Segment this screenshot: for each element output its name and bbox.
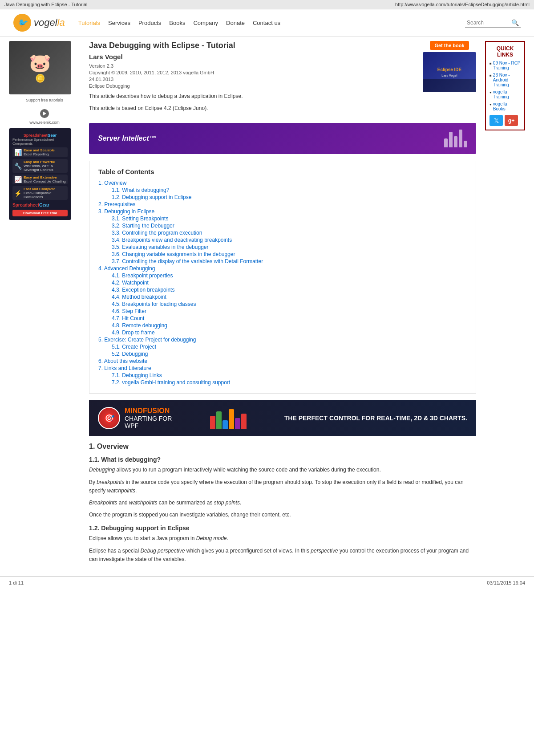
- search-input[interactable]: [467, 20, 511, 26]
- toc-item-3-6[interactable]: 3.6. Changing variable assignments in th…: [98, 251, 467, 257]
- quick-link-bullet-3: ●: [490, 90, 492, 94]
- toc-item-7[interactable]: 7. Links and Literature: [98, 365, 467, 371]
- toc-item-4-7[interactable]: 4.7. Hit Count: [98, 315, 467, 321]
- section-1-2-heading: 1.2. Debugging support in Eclipse: [89, 524, 476, 532]
- play-button[interactable]: [40, 109, 49, 118]
- toc-item-4-8[interactable]: 4.8. Remote debugging: [98, 322, 467, 329]
- table-of-contents: Table of Contents 1. Overview 1.1. What …: [89, 161, 476, 394]
- quick-links-title: QUICK LINKS: [490, 45, 521, 58]
- toc-item-7-1[interactable]: 7.1. Debugging Links: [98, 372, 467, 378]
- book-cover: Eclipse IDE Lars Vogel: [423, 52, 476, 92]
- logo-icon: 🐦: [13, 14, 31, 32]
- ad-icon-2: 🔧: [14, 163, 22, 170]
- article-header-text: Java Debugging with Eclipse - Tutorial L…: [89, 41, 414, 116]
- toc-item-4-2[interactable]: 4.2. Watchpoint: [98, 280, 467, 286]
- toc-item-1[interactable]: 1. Overview: [98, 180, 467, 186]
- article-date: 24.01.2013: [89, 77, 414, 82]
- toc-item-2[interactable]: 2. Prerequisites: [98, 201, 467, 207]
- toc-item-4[interactable]: 4. Advanced Debugging: [98, 265, 467, 272]
- search-icon[interactable]: 🔍: [511, 19, 519, 26]
- get-book-button[interactable]: Get the book: [430, 41, 469, 50]
- search-area[interactable]: 🔍: [465, 18, 521, 28]
- quick-link-label-4[interactable]: vogella Books: [493, 102, 521, 111]
- browser-titlebar: Java Debugging with Eclipse - Tutorial h…: [0, 0, 534, 9]
- quick-link-4[interactable]: ● vogella Books: [490, 102, 521, 111]
- toc-item-5-1[interactable]: 5.1. Create Project: [98, 344, 467, 350]
- sidebar-link-text: Support free tutorials: [9, 98, 80, 102]
- server-intellect-banner[interactable]: Server Intellect™: [89, 123, 476, 154]
- logo-area[interactable]: 🐦 vogella: [13, 14, 65, 32]
- toc-item-3-1[interactable]: 3.1. Setting Breakpoints: [98, 215, 467, 222]
- toc-item-5[interactable]: 5. Exercise: Create Project for debuggin…: [98, 337, 467, 343]
- mindfusion-title: MINDFUSION: [125, 407, 172, 415]
- toc-item-4-6[interactable]: 4.6. Step Filter: [98, 308, 467, 314]
- quick-link-label-1[interactable]: 09 Nov - RCP Training: [493, 61, 521, 70]
- quick-link-3[interactable]: ● vogella Training: [490, 89, 521, 99]
- nav-contact[interactable]: Contact us: [253, 20, 280, 26]
- ad-row-4: ⚡ Fast and Complete Excel-Compatible Cal…: [12, 186, 68, 200]
- page-layout: 🐷 🪙 Support free tutorials www.relenik.c…: [0, 41, 534, 567]
- toc-item-4-9[interactable]: 4.9. Drop to frame: [98, 329, 467, 336]
- quick-link-2[interactable]: ■ 23 Nov - Android Training: [490, 73, 521, 87]
- section-1-1-heading: 1.1. What is debugging?: [89, 456, 476, 463]
- quick-links-box: QUICK LINKS ■ 09 Nov - RCP Training ■ 23…: [485, 41, 525, 130]
- section-1-2-para2: Eclipse has a special Debug perspective …: [89, 547, 476, 564]
- toc-item-1-1[interactable]: 1.1. What is debugging?: [98, 187, 467, 193]
- article-subject: Eclipse Debugging: [89, 83, 414, 89]
- quick-link-label-2[interactable]: 23 Nov - Android Training: [493, 73, 521, 87]
- logo-text: vogella: [34, 17, 65, 28]
- sidebar-play-area: www.relenik.com: [9, 109, 80, 125]
- social-buttons: 𝕏 g+: [490, 115, 521, 126]
- browser-title: Java Debugging with Eclipse - Tutorial: [4, 2, 87, 7]
- ad-text-1: Easy and Scalable Excel Reporting: [24, 148, 55, 156]
- toc-item-3-5[interactable]: 3.5. Evaluating variables in the debugge…: [98, 244, 467, 250]
- mindfusion-subtitle2: WPF: [125, 422, 172, 429]
- toc-item-4-3[interactable]: 4.3. Exception breakpoints: [98, 287, 467, 293]
- quick-link-1[interactable]: ■ 09 Nov - RCP Training: [490, 61, 521, 70]
- left-sidebar: 🐷 🪙 Support free tutorials www.relenik.c…: [9, 41, 80, 567]
- article-copyright: Copyright © 2009, 2010, 2011, 2012, 2013…: [89, 70, 414, 75]
- toc-item-4-4[interactable]: 4.4. Method breakpoint: [98, 294, 467, 300]
- article-desc2: This article is based on Eclipse 4.2 (Ec…: [89, 104, 414, 113]
- quick-link-label-3[interactable]: vogella Training: [493, 89, 521, 99]
- ad-icon-4: ⚡: [14, 190, 22, 197]
- toc-item-7-2[interactable]: 7.2. vogella GmbH training and consultin…: [98, 379, 467, 386]
- nav-services[interactable]: Services: [108, 20, 130, 26]
- section-1-1-para3: Breakpoints and watchpoints can be summa…: [89, 499, 476, 507]
- mindfusion-banner[interactable]: 🎯 MINDFUSION CHARTING FOR WPF THE PERFEC…: [89, 400, 476, 436]
- main-content: Java Debugging with Eclipse - Tutorial L…: [85, 41, 481, 567]
- mindfusion-subtitle1: CHARTING FOR: [125, 415, 172, 422]
- ad-row-2: 🔧 Easy and Powerful WinForms, WPF & Silv…: [12, 159, 68, 173]
- article-header: Java Debugging with Eclipse - Tutorial L…: [89, 41, 476, 116]
- toc-item-3-3[interactable]: 3.3. Controlling the program execution: [98, 230, 467, 236]
- nav-books[interactable]: Books: [169, 20, 185, 26]
- toc-item-4-1[interactable]: 4.1. Breakpoint properties: [98, 272, 467, 279]
- toc-item-3[interactable]: 3. Debugging in Eclipse: [98, 208, 467, 215]
- ad-text-4: Fast and Complete Excel-Compatible Calcu…: [24, 187, 66, 199]
- toc-item-5-2[interactable]: 5.2. Debugging: [98, 351, 467, 357]
- quick-link-bullet-4: ●: [490, 102, 492, 106]
- toc-item-4-5[interactable]: 4.5. Breakpoints for loading classes: [98, 301, 467, 307]
- download-free-trial-button[interactable]: Download Free Trial: [12, 210, 68, 216]
- toc-item-3-4[interactable]: 3.4. Breakpoints view and deactivating b…: [98, 237, 467, 243]
- author-name: Lars Vogel: [89, 53, 414, 61]
- twitter-button[interactable]: 𝕏: [490, 115, 503, 126]
- nav-products[interactable]: Products: [138, 20, 161, 26]
- ad-row-1: 📊 Easy and Scalable Excel Reporting: [12, 147, 68, 157]
- spreadsheetgear-logo-bottom: SpreadsheetGear: [12, 203, 49, 207]
- section-1-heading: 1. Overview: [89, 443, 476, 451]
- section-1-1-para1: Debugging allows you to run a program in…: [89, 466, 476, 474]
- nav-tutorials[interactable]: Tutorials: [78, 20, 100, 26]
- ad-text-2: Easy and Powerful WinForms, WPF & Silver…: [24, 160, 66, 172]
- toc-item-1-2[interactable]: 1.2. Debugging support in Eclipse: [98, 194, 467, 200]
- toc-item-6[interactable]: 6. About this website: [98, 358, 467, 364]
- nav-company[interactable]: Company: [193, 20, 218, 26]
- mindfusion-text: MINDFUSION CHARTING FOR WPF: [125, 407, 172, 429]
- mindfusion-colorful-chart: [210, 407, 247, 429]
- nav-donate[interactable]: Donate: [226, 20, 245, 26]
- article-version: Version 2.3: [89, 63, 414, 69]
- toc-list: 1. Overview 1.1. What is debugging? 1.2.…: [98, 180, 467, 386]
- toc-item-3-2[interactable]: 3.2. Starting the Debugger: [98, 223, 467, 229]
- toc-item-3-7[interactable]: 3.7. Controlling the display of the vari…: [98, 258, 467, 264]
- google-plus-button[interactable]: g+: [505, 115, 518, 126]
